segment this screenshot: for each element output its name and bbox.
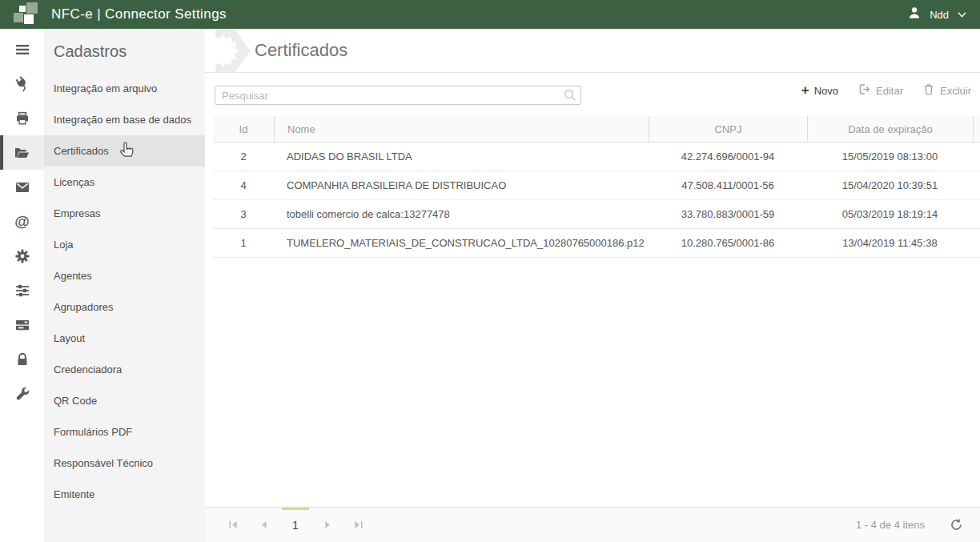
column-header-spacer bbox=[973, 116, 980, 142]
wrench-icon[interactable] bbox=[0, 376, 44, 411]
pager-nav: 1 bbox=[218, 508, 373, 542]
sidebar-item-certificados[interactable]: Certificados bbox=[44, 135, 205, 167]
edit-button[interactable]: Editar bbox=[858, 82, 903, 98]
sidebar-item-label: Empresas bbox=[54, 207, 101, 219]
sliders-icon[interactable] bbox=[0, 273, 44, 307]
delete-button-label: Excluir bbox=[940, 85, 971, 97]
column-header-cnpj[interactable]: CNPJ bbox=[649, 116, 807, 142]
sidebar: Cadastros Integração em arquivo Integraç… bbox=[44, 29, 205, 542]
sidebar-item-integracao-arquivo[interactable]: Integração em arquivo bbox=[44, 73, 205, 104]
next-page-button[interactable] bbox=[318, 508, 337, 542]
sidebar-item-label: Agentes bbox=[54, 270, 92, 282]
chevron-down-icon bbox=[957, 7, 967, 22]
user-menu[interactable]: Ndd bbox=[907, 0, 967, 29]
column-header-data-expiracao[interactable]: Data de expiração bbox=[807, 116, 973, 142]
printer-icon[interactable] bbox=[0, 101, 44, 135]
icon-rail: @ bbox=[0, 29, 44, 542]
table-header-row: Id Nome CNPJ Data de expiração bbox=[213, 116, 980, 143]
cell-spacer bbox=[973, 229, 980, 257]
cell-spacer bbox=[973, 200, 980, 228]
sidebar-item-label: Integração em arquivo bbox=[54, 82, 157, 94]
logo-square bbox=[24, 14, 34, 24]
sidebar-item-licencas[interactable]: Licenças bbox=[44, 167, 205, 198]
previous-page-button[interactable] bbox=[254, 508, 273, 542]
page-number-button[interactable]: 1 bbox=[282, 508, 309, 542]
sidebar-item-agentes[interactable]: Agentes bbox=[44, 260, 205, 291]
certificate-seal-icon bbox=[205, 29, 253, 73]
sidebar-item-label: Credenciadora bbox=[54, 363, 122, 375]
trash-icon bbox=[922, 82, 935, 98]
column-header-id[interactable]: Id bbox=[213, 116, 274, 142]
toolbar-actions: + Novo Editar Excluir bbox=[801, 82, 971, 98]
edit-icon bbox=[858, 82, 871, 98]
sidebar-item-layout[interactable]: Layout bbox=[44, 323, 205, 354]
cell-expiracao: 13/04/2019 11:45:38 bbox=[807, 229, 973, 257]
cell-nome: COMPANHIA BRASILEIRA DE DISTRIBUICAO bbox=[274, 171, 649, 199]
sidebar-item-label: Responsável Técnico bbox=[54, 457, 153, 469]
new-button-label: Novo bbox=[814, 85, 838, 97]
sidebar-item-label: Layout bbox=[54, 332, 85, 344]
app-header: NFC-e | Connector Settings Ndd bbox=[0, 0, 980, 29]
new-button[interactable]: + Novo bbox=[801, 84, 838, 97]
cell-cnpj: 10.280.765/0001-86 bbox=[649, 229, 807, 257]
last-page-button[interactable] bbox=[348, 508, 368, 542]
sidebar-item-responsavel-tecnico[interactable]: Responsável Técnico bbox=[44, 448, 205, 479]
cell-cnpj: 47.508.411/0001-56 bbox=[649, 171, 807, 199]
toolbar: + Novo Editar Excluir bbox=[205, 73, 980, 116]
sidebar-item-loja[interactable]: Loja bbox=[44, 229, 205, 260]
main-content: Certificados + Novo Editar bbox=[205, 29, 980, 542]
table-row[interactable]: 2 ADIDAS DO BRASIL LTDA 42.274.696/0001-… bbox=[213, 143, 980, 171]
user-name: Ndd bbox=[930, 9, 949, 21]
refresh-icon[interactable] bbox=[946, 508, 966, 542]
first-page-button[interactable] bbox=[223, 508, 243, 542]
cell-expiracao: 15/04/2020 10:39:51 bbox=[807, 171, 973, 199]
page-title: Certificados bbox=[255, 40, 347, 61]
cell-cnpj: 42.274.696/0001-94 bbox=[649, 143, 807, 171]
plug-icon[interactable] bbox=[0, 66, 44, 101]
pager: 1 1 - 4 de 4 itens bbox=[205, 507, 980, 542]
sidebar-item-label: Certificados bbox=[54, 145, 109, 157]
cell-id: 1 bbox=[213, 229, 274, 257]
sidebar-title: Cadastros bbox=[44, 37, 205, 73]
lock-icon[interactable] bbox=[0, 342, 44, 376]
sidebar-item-label: Licenças bbox=[54, 176, 94, 188]
search-icon[interactable] bbox=[563, 88, 577, 106]
menu-icon[interactable] bbox=[0, 32, 44, 66]
table-row[interactable]: 4 COMPANHIA BRASILEIRA DE DISTRIBUICAO 4… bbox=[213, 171, 980, 200]
table-row[interactable]: 1 TUMELERO_MATERIAIS_DE_CONSTRUCAO_LTDA_… bbox=[213, 229, 980, 258]
mail-icon[interactable] bbox=[0, 170, 44, 204]
settings-gear-icon[interactable] bbox=[0, 239, 44, 273]
sidebar-item-formularios-pdf[interactable]: Formulários PDF bbox=[44, 416, 205, 448]
table-row[interactable]: 3 tobelli comercio de calca:13277478 33.… bbox=[213, 200, 980, 229]
cell-id: 3 bbox=[213, 200, 274, 228]
sidebar-item-label: QR Code bbox=[54, 395, 97, 407]
ndd-logo bbox=[10, 2, 44, 27]
plus-icon: + bbox=[801, 83, 809, 97]
cell-nome: TUMELERO_MATERIAIS_DE_CONSTRUCAO_LTDA_10… bbox=[274, 229, 649, 257]
folder-open-icon[interactable] bbox=[0, 135, 44, 170]
page-title-bar: Certificados bbox=[205, 29, 980, 73]
logo-square bbox=[26, 2, 38, 14]
at-sign-icon[interactable]: @ bbox=[0, 204, 44, 239]
pager-items-count: 1 - 4 de 4 itens bbox=[856, 519, 925, 531]
sidebar-item-empresas[interactable]: Empresas bbox=[44, 198, 205, 229]
user-icon bbox=[907, 6, 922, 23]
search-input[interactable] bbox=[215, 86, 581, 105]
sidebar-item-integracao-base-dados[interactable]: Integração em base de dados bbox=[44, 104, 205, 135]
sidebar-item-qr-code[interactable]: QR Code bbox=[44, 385, 205, 416]
server-icon[interactable] bbox=[0, 307, 44, 342]
certificates-table: Id Nome CNPJ Data de expiração 2 ADIDAS … bbox=[213, 116, 980, 258]
cell-spacer bbox=[973, 143, 980, 171]
hand-cursor bbox=[118, 142, 135, 163]
sidebar-item-agrupadores[interactable]: Agrupadores bbox=[44, 291, 205, 323]
cell-cnpj: 33.780.883/0001-59 bbox=[649, 200, 807, 228]
delete-button[interactable]: Excluir bbox=[922, 82, 971, 98]
sidebar-item-label: Integração em base de dados bbox=[54, 114, 191, 126]
cell-id: 2 bbox=[213, 143, 274, 171]
logo-square bbox=[14, 13, 23, 22]
cell-expiracao: 15/05/2019 08:13:00 bbox=[807, 143, 973, 171]
sidebar-item-credenciadora[interactable]: Credenciadora bbox=[44, 354, 205, 385]
column-header-nome[interactable]: Nome bbox=[274, 116, 649, 142]
cell-nome: ADIDAS DO BRASIL LTDA bbox=[274, 143, 649, 171]
sidebar-item-emitente[interactable]: Emitente bbox=[44, 479, 205, 510]
